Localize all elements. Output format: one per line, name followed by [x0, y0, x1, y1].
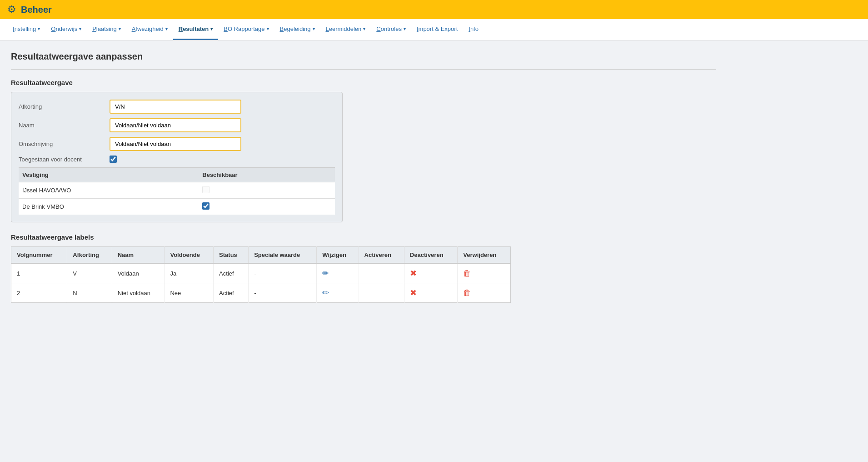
chevron-down-icon: ▾ — [363, 26, 365, 31]
nav-item-afwezigheid[interactable]: Afwezigheid ▾ — [126, 19, 173, 40]
form-row-afkorting: Afkorting — [19, 100, 335, 114]
nav-label: Info — [469, 25, 479, 32]
vestiging-name: De Brink VMBO — [19, 199, 199, 215]
nav-item-info[interactable]: Info — [463, 19, 484, 40]
chevron-down-icon: ▾ — [210, 26, 213, 31]
nav-item-leermiddelen[interactable]: Leermiddelen ▾ — [320, 19, 371, 40]
col-status: Status — [214, 247, 249, 264]
cell-wijzigen: ✏ — [317, 283, 359, 303]
vestiging-name: IJssel HAVO/VWO — [19, 182, 199, 199]
nav-label: Instelling — [13, 25, 36, 32]
chevron-down-icon: ▾ — [79, 26, 81, 31]
chevron-down-icon: ▾ — [165, 26, 168, 31]
cell-afkorting: V — [67, 263, 112, 283]
col-deactiveren: Deactiveren — [404, 247, 457, 264]
section-labels-title: Resultaatweergave labels — [11, 233, 716, 241]
checkbox-toegestaan[interactable] — [110, 156, 117, 163]
nav-label: Resultaten — [179, 25, 209, 32]
chevron-down-icon: ▾ — [313, 26, 315, 31]
nav-label: Onderwijs — [51, 25, 77, 32]
form-row-toegestaan: Toegestaan voor docent — [19, 156, 335, 163]
cell-verwijderen: 🗑 — [458, 283, 511, 303]
nav-label: BO Rapportage — [224, 25, 264, 32]
label-naam: Naam — [19, 122, 110, 129]
page-title: Resultaatweergave aanpassen — [11, 51, 716, 62]
chevron-down-icon: ▾ — [38, 26, 40, 31]
input-afkorting[interactable] — [110, 100, 241, 114]
col-beschikbaar: Beschikbaar — [199, 168, 335, 182]
vestiging-row: IJssel HAVO/VWO — [19, 182, 335, 199]
nav-item-import-export[interactable]: Import & Export — [411, 19, 463, 40]
checkbox-beschikbaar-ijssel[interactable] — [202, 186, 210, 193]
cell-status: Actief — [214, 283, 249, 303]
divider — [11, 69, 716, 70]
col-voldoende: Voldoende — [165, 247, 214, 264]
delete-icon[interactable]: 🗑 — [463, 269, 471, 278]
cell-activeren — [359, 283, 404, 303]
chevron-down-icon: ▾ — [267, 26, 269, 31]
cell-speciale-waarde: - — [249, 263, 317, 283]
chevron-down-icon: ▾ — [404, 26, 406, 31]
nav-item-onderwijs[interactable]: Onderwijs ▾ — [45, 19, 87, 40]
cell-deactiveren: ✖ — [404, 263, 457, 283]
cell-speciale-waarde: - — [249, 283, 317, 303]
nav-item-bo-rapportage[interactable]: BO Rapportage ▾ — [218, 19, 274, 40]
cell-deactiveren: ✖ — [404, 283, 457, 303]
input-naam[interactable] — [110, 118, 241, 132]
gear-icon: ⚙ — [7, 4, 16, 15]
cell-volgnummer: 1 — [11, 263, 67, 283]
edit-icon[interactable]: ✏ — [322, 269, 329, 278]
form-row-naam: Naam — [19, 118, 335, 132]
page-content: Resultaatweergave aanpassen Resultaatwee… — [0, 40, 727, 314]
form-card: Afkorting Naam Omschrijving Toegestaan v… — [11, 92, 343, 222]
table-row: 2 N Niet voldaan Nee Actief - ✏ ✖ 🗑 — [11, 283, 511, 303]
delete-icon[interactable]: 🗑 — [463, 288, 471, 297]
section-resultaatweergave: Resultaatweergave — [11, 79, 716, 86]
col-activeren: Activeren — [359, 247, 404, 264]
form-row-omschrijving: Omschrijving — [19, 137, 335, 151]
labels-table: Volgnummer Afkorting Naam Voldoende Stat… — [11, 246, 511, 303]
cell-voldoende: Ja — [165, 263, 214, 283]
cell-volgnummer: 2 — [11, 283, 67, 303]
col-verwijderen: Verwijderen — [458, 247, 511, 264]
app-header: ⚙ Beheer — [0, 0, 868, 19]
cell-activeren — [359, 263, 404, 283]
edit-icon[interactable]: ✏ — [322, 288, 329, 297]
app-title: Beheer — [21, 5, 52, 15]
nav-label: Import & Export — [417, 25, 458, 32]
beschikbaar-cell — [199, 182, 335, 199]
nav-label: Begeleiding — [280, 25, 311, 32]
input-omschrijving[interactable] — [110, 137, 241, 151]
table-row: 1 V Voldaan Ja Actief - ✏ ✖ 🗑 — [11, 263, 511, 283]
vestiging-row: De Brink VMBO — [19, 199, 335, 215]
nav-label: Afwezigheid — [132, 25, 164, 32]
nav-label: Leermiddelen — [326, 25, 362, 32]
col-naam: Naam — [112, 247, 165, 264]
col-afkorting: Afkorting — [67, 247, 112, 264]
label-toegestaan: Toegestaan voor docent — [19, 156, 110, 163]
nav-bar: Instelling ▾ Onderwijs ▾ Plaatsing ▾ Afw… — [0, 19, 868, 40]
label-afkorting: Afkorting — [19, 103, 110, 110]
col-volgnummer: Volgnummer — [11, 247, 67, 264]
deactivate-icon[interactable]: ✖ — [410, 288, 417, 297]
label-omschrijving: Omschrijving — [19, 141, 110, 147]
cell-wijzigen: ✏ — [317, 263, 359, 283]
labels-section: Resultaatweergave labels Volgnummer Afko… — [11, 233, 716, 303]
checkbox-beschikbaar-brink[interactable] — [202, 202, 210, 210]
nav-item-plaatsing[interactable]: Plaatsing ▾ — [87, 19, 126, 40]
nav-item-begeleiding[interactable]: Begeleiding ▾ — [274, 19, 320, 40]
nav-label: Plaatsing — [92, 25, 116, 32]
nav-item-instelling[interactable]: Instelling ▾ — [7, 19, 45, 40]
cell-voldoende: Nee — [165, 283, 214, 303]
beschikbaar-cell — [199, 199, 335, 215]
nav-label: Controles — [376, 25, 402, 32]
nav-item-controles[interactable]: Controles ▾ — [371, 19, 411, 40]
cell-naam: Niet voldaan — [112, 283, 165, 303]
cell-status: Actief — [214, 263, 249, 283]
cell-afkorting: N — [67, 283, 112, 303]
nav-item-resultaten[interactable]: Resultaten ▾ — [173, 19, 218, 40]
vestiging-table: Vestiging Beschikbaar IJssel HAVO/VWO De… — [19, 167, 335, 215]
cell-naam: Voldaan — [112, 263, 165, 283]
col-vestiging: Vestiging — [19, 168, 199, 182]
deactivate-icon[interactable]: ✖ — [410, 269, 417, 278]
